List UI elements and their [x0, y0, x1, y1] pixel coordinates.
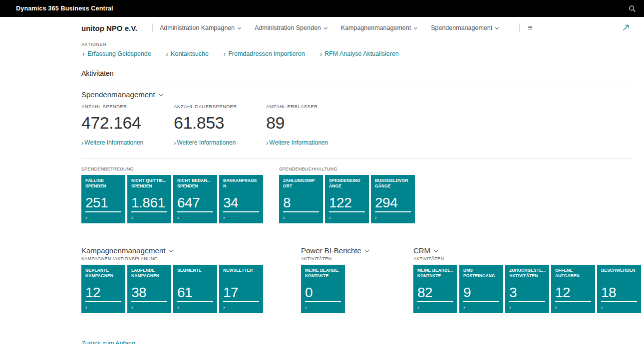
kpi-link-label: Weitere Informationen [269, 139, 328, 146]
cue-tile-label: BANKANFRAGE N [223, 178, 259, 188]
action-label: Kontaktsuche [171, 50, 209, 57]
cue-tile-zahlungsimport[interactable]: ZAHLUNGSIMP ORT 8 › [279, 175, 323, 223]
tile-list: ZAHLUNGSIMP ORT 8 › SPENDENEING ÄNGE 122… [279, 175, 417, 223]
section-title-label: Power BI-Berichte [301, 246, 361, 255]
chevron-down-icon [495, 26, 499, 29]
cue-tile-label: OFFENE AUFGABEN [555, 268, 591, 278]
chevron-right-icon: › [329, 215, 365, 220]
chevron-right-icon: › [305, 305, 341, 310]
action-fremdadressen-importieren[interactable]: ›Fremdadressen importieren [224, 50, 305, 57]
role-center-content: AKTIONEN +Erfassung Geldspende ›Kontakts… [81, 42, 632, 344]
cue-tile-nicht-bedankte-spenden[interactable]: NICHT BEDAN... SPENDEN 647 › [173, 175, 217, 223]
cue-tile-divider [417, 301, 453, 302]
cue-tile-bussgeldvorgaenge[interactable]: BUSSGELDVOR GÄNGE 294 › [371, 175, 415, 223]
cue-tile-value: 251 [85, 195, 121, 210]
company-name[interactable]: unitop NPO e.V. [81, 24, 137, 32]
nav-menu-administration-kampagnen[interactable]: Administration Kampagnen [160, 24, 241, 31]
kpi-anzahl-erblasser: ANZAHL ERBLASSER 89 ›Weitere Information… [266, 104, 358, 146]
cue-tile-faellige-spenden[interactable]: FÄLLIGE SPENDEN 251 › [81, 175, 125, 223]
action-kontaktsuche[interactable]: ›Kontaktsuche [166, 50, 209, 57]
cue-tile-value: 647 [177, 195, 213, 210]
section-title-kampagnenmanagement[interactable]: Kampagnenmanagement [81, 246, 265, 255]
cue-group-caption: SPENDENBETREUUNG [81, 167, 265, 172]
expand-icon[interactable] [623, 24, 629, 33]
chevron-down-icon [158, 92, 162, 96]
action-rfm-analyse-aktualisieren[interactable]: ›RFM Analyse Aktualisieren [320, 50, 399, 57]
cue-tile-bankanfragen[interactable]: BANKANFRAGE N 34 › [219, 175, 263, 223]
kpi-link-weitere-informationen[interactable]: ›Weitere Informationen [81, 139, 174, 146]
chevron-right-icon: › [81, 140, 83, 146]
cue-tile-value: 8 [283, 195, 319, 210]
back-to-top-link[interactable]: Zurück zum Anfang [81, 340, 135, 344]
cue-tile-spendeneingaenge[interactable]: SPENDENEING ÄNGE 122 › [325, 175, 369, 223]
kpi-value[interactable]: 61.853 [174, 113, 266, 133]
chevron-right-icon: › [417, 305, 453, 310]
actions-row: +Erfassung Geldspende ›Kontaktsuche ›Fre… [81, 50, 632, 57]
actions-caption: AKTIONEN [81, 42, 632, 47]
cue-tile-dms-posteingang[interactable]: DMS POSTEINGANG 9 › [459, 265, 503, 313]
cue-tile-divider [463, 301, 499, 302]
cue-tile-meine-bearbeiteten-kontakte-crm[interactable]: MEINE BEARBE.. KONTAKTE 82 › [413, 265, 457, 313]
cue-tile-divider [329, 211, 365, 212]
cue-tile-nicht-quittierte-spenden[interactable]: NICHT QUITTIE... SPENDEN 1.861 › [127, 175, 171, 223]
cue-tile-label: BUSSGELDVOR GÄNGE [375, 178, 411, 188]
cue-tile-laufende-kampagnen[interactable]: LAUFENDE KAMPAGNEN 38 › [127, 265, 171, 313]
chevron-right-icon: › [463, 305, 499, 310]
chevron-right-icon: › [174, 140, 176, 146]
cue-tile-label: ZURÜCKGESTE... AKTIVITÄTEN [509, 268, 545, 278]
cue-tile-value: 12 [555, 285, 591, 300]
chevron-down-icon [169, 248, 173, 252]
kpi-label: ANZAHL SPENDER [81, 104, 174, 109]
section-title-crm[interactable]: CRM [413, 246, 643, 255]
cue-tile-label: BESCHWERDEN [601, 268, 637, 273]
cue-tile-divider [601, 301, 637, 302]
cue-tile-divider [283, 211, 319, 212]
kpi-value[interactable]: 89 [266, 113, 358, 133]
cue-tile-divider [131, 211, 167, 212]
chevron-down-icon [434, 248, 438, 252]
menu-icon[interactable]: ≡ [528, 23, 532, 32]
cue-group-spendenbetreuung: SPENDENBETREUUNG FÄLLIGE SPENDEN 251 › N… [81, 167, 265, 223]
cue-tile-segmente[interactable]: SEGMENTE 61 › [173, 265, 217, 313]
kpi-value[interactable]: 472.164 [81, 113, 174, 133]
chevron-down-icon [414, 26, 417, 29]
section-title-power-bi-berichte[interactable]: Power BI-Berichte [301, 246, 368, 255]
chevron-right-icon: › [223, 215, 259, 220]
cue-tile-value: 0 [305, 285, 341, 300]
action-label: RFM Analyse Aktualisieren [324, 50, 399, 57]
section-title-label: Spendenmanagement [81, 90, 155, 99]
kpi-link-weitere-informationen[interactable]: ›Weitere Informationen [266, 139, 358, 146]
chevron-right-icon: › [223, 305, 259, 310]
cue-tile-meine-bearbeiteten-kontakte-powerbi[interactable]: MEINE BEARBE. KONTAKTE 0 › [301, 265, 345, 313]
action-erfassung-geldspende[interactable]: +Erfassung Geldspende [81, 50, 151, 57]
chevron-right-icon: › [85, 305, 121, 310]
cue-tile-divider [177, 211, 213, 212]
kpi-link-weitere-informationen[interactable]: ›Weitere Informationen [174, 139, 266, 146]
nav-menu-label: Administration Spenden [255, 24, 321, 31]
kpi-row: ANZAHL SPENDER 472.164 ›Weitere Informat… [81, 104, 632, 146]
cue-tile-beschwerden[interactable]: BESCHWERDEN 18 › [597, 265, 641, 313]
nav-menu-administration-spenden[interactable]: Administration Spenden [255, 24, 327, 31]
cue-tile-newsletter[interactable]: NEWSLETTER 17 › [219, 265, 263, 313]
action-label: Erfassung Geldspende [88, 50, 151, 57]
search-icon[interactable] [629, 5, 636, 12]
nav-menu-label: Administration Kampagnen [160, 24, 235, 31]
chevron-right-icon: › [224, 51, 226, 57]
chevron-right-icon: › [375, 215, 411, 220]
cue-group-caption: SPENDENBUCHHALTUNG [279, 167, 417, 172]
divider [81, 158, 632, 159]
section-title-label: Kampagnenmanagement [81, 246, 165, 255]
chevron-right-icon: › [601, 305, 637, 310]
section-title-spendenmanagement[interactable]: Spendenmanagement [81, 90, 632, 99]
kpi-anzahl-dauerspender: ANZAHL DAUERSPENDER 61.853 ›Weitere Info… [174, 104, 266, 146]
cue-tile-geplante-kampagnen[interactable]: GEPLANTE KAMPAGNEN 12 › [81, 265, 125, 313]
cue-tile-divider [555, 301, 591, 302]
cue-tile-offene-aufgaben[interactable]: OFFENE AUFGABEN 12 › [551, 265, 595, 313]
cue-tile-divider [85, 211, 121, 212]
chevron-right-icon: › [177, 305, 213, 310]
nav-menu-spendenmanagement[interactable]: Spendenmanagement [431, 24, 498, 31]
app-title: Dynamics 365 Business Central [16, 5, 113, 12]
page-title: Aktivitäten [81, 69, 632, 82]
nav-menu-kampagnenmanagement[interactable]: Kampagnenmanagement [341, 24, 417, 31]
cue-tile-zurueckgestellte-aktivitaeten[interactable]: ZURÜCKGESTE... AKTIVITÄTEN 3 › [505, 265, 549, 313]
